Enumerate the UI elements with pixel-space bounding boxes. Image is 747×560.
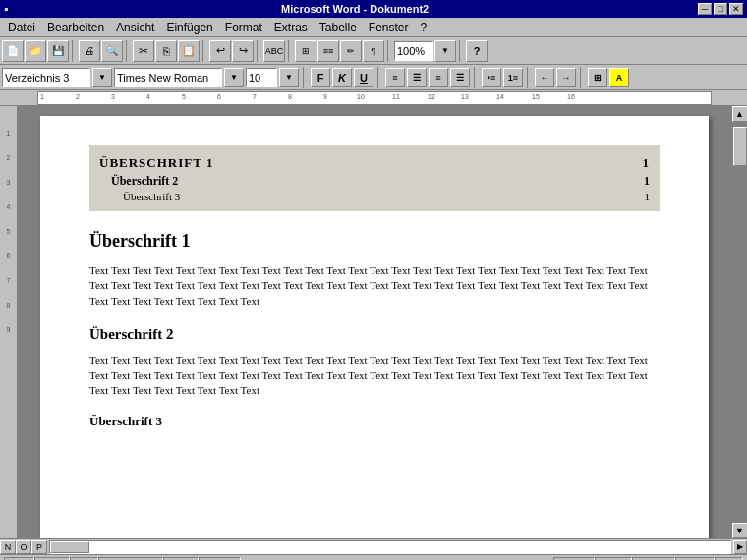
align-left-button[interactable]: ≡ [385, 68, 405, 87]
sep4 [257, 40, 260, 62]
toc-h2-page: 1 [644, 174, 650, 189]
outline-view-tab[interactable]: O [16, 540, 31, 554]
app-menu-icon[interactable]: ▪ [4, 2, 8, 16]
size-dropdown[interactable]: ▼ [279, 68, 299, 87]
scroll-track[interactable] [732, 122, 748, 523]
window-controls: ─ □ ✕ [698, 3, 743, 15]
columns-button[interactable]: ≡≡ [317, 40, 339, 62]
toc-h3-label: Überschrift 3 [123, 191, 180, 202]
toc-h1-page: 1 [643, 155, 651, 171]
align-center-button[interactable]: ☰ [407, 68, 427, 87]
bullets-button[interactable]: •≡ [482, 68, 501, 87]
align-right-button[interactable]: ≡ [429, 68, 448, 87]
main-area: 1 2 3 4 5 6 7 8 9 ÜBERSCHRIFT 1 1 Übersc… [0, 106, 747, 538]
hscroll-right-button[interactable]: ▶ [733, 540, 747, 554]
document-page: ÜBERSCHRIFT 1 1 Überschrift 2 1 Überschr… [40, 116, 709, 538]
sep-fmt3 [474, 67, 478, 88]
menu-einfuegen[interactable]: Einfügen [160, 19, 218, 36]
status-ub: ÜB [715, 557, 743, 561]
menu-help[interactable]: ? [415, 19, 433, 36]
undo-button[interactable]: ↩ [209, 40, 231, 62]
close-button[interactable]: ✕ [729, 3, 743, 15]
sep-fmt1 [303, 67, 307, 88]
align-justify-button[interactable]: ☰ [450, 68, 470, 87]
menu-ansicht[interactable]: Ansicht [110, 19, 160, 36]
status-erw: ERW [675, 557, 714, 561]
border-button[interactable]: ⊞ [588, 68, 607, 87]
size-select[interactable] [246, 68, 277, 87]
menu-datei[interactable]: Datei [2, 19, 41, 36]
italic-button[interactable]: K [332, 68, 352, 87]
toc-h1-row: ÜBERSCHRIFT 1 1 [99, 153, 650, 173]
status-aand: ÄAND [632, 557, 676, 561]
numbering-button[interactable]: 1≡ [503, 68, 523, 87]
scroll-thumb[interactable] [733, 127, 747, 166]
font-dropdown[interactable]: ▼ [224, 68, 244, 87]
title-bar: ▪ Microsoft Word - Dokument2 ─ □ ✕ [0, 0, 747, 18]
cut-button[interactable]: ✂ [133, 40, 154, 62]
window-title: Microsoft Word - Dokument2 [281, 3, 429, 15]
document-area[interactable]: ÜBERSCHRIFT 1 1 Überschrift 2 1 Überschr… [18, 106, 731, 538]
bold-button[interactable]: F [311, 68, 330, 87]
menu-bar: Datei Bearbeiten Ansicht Einfügen Format… [0, 18, 747, 37]
printpreview-button[interactable]: 🔍 [101, 40, 123, 62]
vertical-scrollbar: ▲ ▼ [731, 106, 747, 538]
page-view-tab[interactable]: P [31, 540, 47, 554]
underline-button[interactable]: U [354, 68, 374, 87]
style-dropdown[interactable]: ▼ [92, 68, 112, 87]
status-section: S 1 [4, 557, 34, 561]
status-distance: Bei 4,4 cm [98, 557, 163, 561]
doc-heading-1: Überschrift 1 [89, 231, 660, 252]
menu-tabelle[interactable]: Tabelle [314, 19, 363, 36]
sep-fmt5 [580, 67, 584, 88]
maximize-button[interactable]: □ [714, 3, 727, 15]
status-time: 13:41 [553, 557, 595, 561]
doc-para-1: Text Text Text Text Text Text Text Text … [89, 263, 660, 308]
save-button[interactable]: 💾 [47, 40, 69, 62]
print-button[interactable]: 🖨 [79, 40, 100, 62]
redo-button[interactable]: ↪ [232, 40, 254, 62]
toc-h3-page: 1 [645, 191, 651, 202]
spell-button[interactable]: ABC [263, 40, 285, 62]
status-mak: MAK [595, 557, 632, 561]
sep7 [459, 40, 463, 62]
highlight-button[interactable]: A [609, 68, 629, 87]
menu-fenster[interactable]: Fenster [363, 19, 415, 36]
toc-h3-row: Überschrift 3 1 [99, 190, 650, 203]
sep6 [387, 40, 391, 62]
scroll-up-button[interactable]: ▲ [732, 106, 748, 122]
normal-view-tab[interactable]: N [0, 540, 16, 554]
help-button[interactable]: ? [466, 40, 488, 62]
status-col: Sp 16 [199, 557, 241, 561]
indent-increase-button[interactable]: → [556, 68, 576, 87]
toc-block: ÜBERSCHRIFT 1 1 Überschrift 2 1 Überschr… [89, 145, 660, 211]
table-button[interactable]: ⊞ [295, 40, 316, 62]
indent-decrease-button[interactable]: ← [535, 68, 554, 87]
paste-button[interactable]: 📋 [178, 40, 200, 62]
open-button[interactable]: 📁 [25, 40, 46, 62]
menu-format[interactable]: Format [219, 19, 268, 36]
show-button[interactable]: ¶ [363, 40, 384, 62]
style-select[interactable] [2, 68, 90, 87]
scroll-down-button[interactable]: ▼ [732, 523, 748, 538]
drawing-button[interactable]: ✏ [340, 40, 362, 62]
zoom-input[interactable] [394, 41, 433, 61]
sep-fmt2 [377, 67, 381, 88]
font-select[interactable] [114, 68, 222, 87]
format-toolbar: ▼ ▼ ▼ F K U ≡ ☰ ≡ ☰ •≡ 1≡ ← → ⊞ A [0, 65, 747, 90]
toc-h2-label: Überschrift 2 [111, 174, 178, 189]
zoom-dropdown[interactable]: ▼ [434, 40, 456, 62]
copy-button[interactable]: ⎘ [155, 40, 177, 62]
sep2 [126, 40, 130, 62]
menu-bearbeiten[interactable]: Bearbeiten [41, 19, 110, 36]
sep3 [202, 40, 206, 62]
sep5 [288, 40, 292, 62]
status-page: 1/1 [70, 557, 98, 561]
menu-extras[interactable]: Extras [268, 19, 314, 36]
doc-heading-3: Überschrift 3 [89, 414, 660, 429]
sep-fmt4 [527, 67, 531, 88]
toc-h2-row: Überschrift 2 1 [99, 173, 650, 190]
vertical-ruler: 1 2 3 4 5 6 7 8 9 [0, 106, 18, 538]
new-button[interactable]: 📄 [2, 40, 24, 62]
minimize-button[interactable]: ─ [698, 3, 712, 15]
